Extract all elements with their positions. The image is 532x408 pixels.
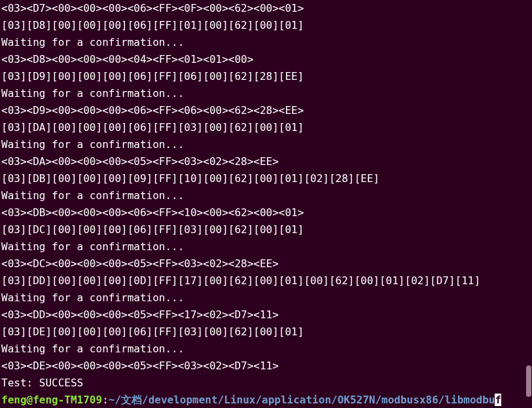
- prompt-path: ~/文档/development/Linux/application/OK527…: [109, 394, 495, 406]
- terminal-line: Waiting for a confirmation...: [1, 187, 532, 204]
- prompt-separator: :: [102, 394, 109, 406]
- terminal-line: <03><DD><00><00><00><05><FF><17><02><D7>…: [1, 306, 532, 324]
- terminal-line: <03><D8><00><00><00><04><FF><01><01><00>: [1, 51, 532, 68]
- terminal-line: Test: SUCCESS: [1, 375, 532, 392]
- terminal-line: [03][D9][00][00][00][06][FF][06][00][62]…: [1, 68, 532, 85]
- terminal-line: <03><D9><00><00><00><06><FF><06><00><62>…: [1, 102, 532, 119]
- terminal-output[interactable]: <03><D7><00><00><00><06><FF><0F><00><62>…: [1, 0, 532, 408]
- terminal-line: <03><DC><00><00><00><05><FF><03><02><28>…: [1, 255, 532, 272]
- terminal-line: <03><DA><00><00><00><05><FF><03><02><28>…: [1, 153, 532, 170]
- terminal-line: Waiting for a confirmation...: [1, 341, 532, 358]
- terminal-cursor: f: [495, 394, 501, 406]
- terminal-line: [03][DB][00][00][00][09][FF][10][00][62]…: [1, 170, 532, 187]
- prompt-user-host: feng@feng-TM1709: [1, 394, 102, 406]
- terminal-line: [03][DD][00][00][00][0D][FF][17][00][62]…: [1, 272, 532, 289]
- terminal-line: <03><DB><00><00><00><06><FF><10><00><62>…: [1, 204, 532, 221]
- terminal-prompt-line[interactable]: feng@feng-TM1709:~/文档/development/Linux/…: [1, 392, 532, 408]
- terminal-line: Waiting for a confirmation...: [1, 136, 532, 153]
- terminal-line: Waiting for a confirmation...: [1, 34, 532, 51]
- terminal-line: [03][DA][00][00][00][06][FF][03][00][62]…: [1, 119, 532, 136]
- terminal-line: [03][DE][00][00][00][06][FF][03][00][62]…: [1, 324, 532, 341]
- terminal-line: [03][DC][00][00][00][06][FF][03][00][62]…: [1, 221, 532, 238]
- scrollbar-thumb[interactable]: [526, 365, 531, 397]
- terminal-line: Waiting for a confirmation...: [1, 85, 532, 102]
- terminal-line: [03][D8][00][00][00][06][FF][01][00][62]…: [1, 17, 532, 34]
- terminal-line: <03><DE><00><00><00><05><FF><03><02><D7>…: [1, 358, 532, 375]
- terminal-line: Waiting for a confirmation...: [1, 238, 532, 255]
- terminal-line: Waiting for a confirmation...: [1, 289, 532, 306]
- terminal-line: <03><D7><00><00><00><06><FF><0F><00><62>…: [1, 0, 532, 17]
